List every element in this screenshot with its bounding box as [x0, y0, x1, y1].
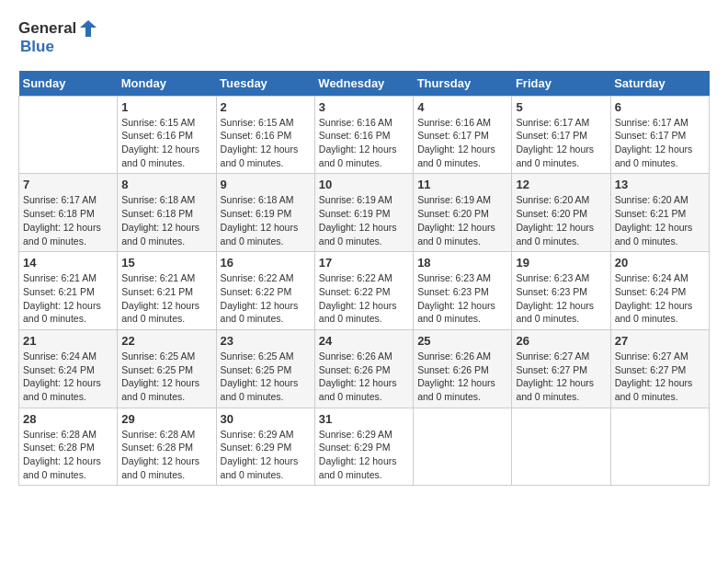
cell-sun-info: Sunrise: 6:24 AMSunset: 6:24 PMDaylight:…: [23, 350, 113, 404]
calendar-cell: 29Sunrise: 6:28 AMSunset: 6:28 PMDayligh…: [118, 408, 216, 486]
calendar-cell: 25Sunrise: 6:26 AMSunset: 6:26 PMDayligh…: [414, 329, 512, 408]
cell-day-number: 24: [319, 334, 409, 348]
header-day-friday: Friday: [512, 71, 610, 97]
cell-sun-info: Sunrise: 6:17 AMSunset: 6:17 PMDaylight:…: [516, 116, 606, 170]
cell-day-number: 12: [516, 178, 606, 191]
calendar-cell: 11Sunrise: 6:19 AMSunset: 6:20 PMDayligh…: [414, 174, 512, 252]
cell-day-number: 17: [319, 256, 409, 270]
cell-day-number: 2: [221, 100, 311, 114]
calendar-cell: 10Sunrise: 6:19 AMSunset: 6:19 PMDayligh…: [314, 174, 413, 252]
week-row-3: 21Sunrise: 6:24 AMSunset: 6:24 PMDayligh…: [19, 329, 710, 408]
cell-sun-info: Sunrise: 6:29 AMSunset: 6:29 PMDaylight:…: [319, 428, 409, 482]
calendar-cell: 21Sunrise: 6:24 AMSunset: 6:24 PMDayligh…: [19, 329, 118, 408]
logo-blue: Blue: [20, 39, 98, 56]
calendar-cell: [610, 408, 709, 486]
cell-sun-info: Sunrise: 6:17 AMSunset: 6:17 PMDaylight:…: [615, 116, 705, 170]
calendar-cell: 7Sunrise: 6:17 AMSunset: 6:18 PMDaylight…: [19, 174, 118, 252]
cell-sun-info: Sunrise: 6:19 AMSunset: 6:20 PMDaylight:…: [417, 193, 507, 247]
cell-day-number: 31: [319, 412, 409, 426]
cell-sun-info: Sunrise: 6:26 AMSunset: 6:26 PMDaylight:…: [319, 350, 409, 404]
calendar-cell: 30Sunrise: 6:29 AMSunset: 6:29 PMDayligh…: [216, 408, 314, 486]
calendar-cell: 22Sunrise: 6:25 AMSunset: 6:25 PMDayligh…: [118, 329, 216, 408]
cell-sun-info: Sunrise: 6:27 AMSunset: 6:27 PMDaylight:…: [615, 350, 705, 404]
logo-bird-icon: [78, 18, 98, 39]
cell-sun-info: Sunrise: 6:23 AMSunset: 6:23 PMDaylight:…: [417, 271, 507, 326]
cell-day-number: 28: [23, 412, 113, 426]
cell-sun-info: Sunrise: 6:16 AMSunset: 6:16 PMDaylight:…: [319, 116, 409, 170]
cell-day-number: 22: [121, 334, 211, 348]
cell-sun-info: Sunrise: 6:15 AMSunset: 6:16 PMDaylight:…: [121, 116, 211, 170]
week-row-0: 1Sunrise: 6:15 AMSunset: 6:16 PMDaylight…: [19, 96, 710, 174]
calendar-cell: 28Sunrise: 6:28 AMSunset: 6:28 PMDayligh…: [19, 408, 118, 486]
calendar-cell: 17Sunrise: 6:22 AMSunset: 6:22 PMDayligh…: [314, 252, 413, 330]
cell-day-number: 6: [615, 100, 705, 114]
calendar-cell: 18Sunrise: 6:23 AMSunset: 6:23 PMDayligh…: [414, 252, 512, 330]
cell-sun-info: Sunrise: 6:16 AMSunset: 6:17 PMDaylight:…: [417, 116, 507, 170]
header-day-thursday: Thursday: [414, 71, 512, 97]
calendar-cell: 26Sunrise: 6:27 AMSunset: 6:27 PMDayligh…: [512, 329, 610, 408]
cell-sun-info: Sunrise: 6:28 AMSunset: 6:28 PMDaylight:…: [23, 428, 113, 482]
cell-sun-info: Sunrise: 6:19 AMSunset: 6:19 PMDaylight:…: [319, 193, 409, 247]
svg-marker-0: [80, 20, 97, 37]
logo: General Blue: [18, 18, 98, 56]
header-day-sunday: Sunday: [19, 71, 118, 97]
calendar-cell: 19Sunrise: 6:23 AMSunset: 6:23 PMDayligh…: [512, 252, 610, 330]
cell-day-number: 23: [221, 334, 311, 348]
cell-day-number: 3: [319, 100, 409, 114]
calendar-cell: 14Sunrise: 6:21 AMSunset: 6:21 PMDayligh…: [19, 252, 118, 330]
calendar-cell: 5Sunrise: 6:17 AMSunset: 6:17 PMDaylight…: [512, 96, 610, 174]
calendar-cell: 8Sunrise: 6:18 AMSunset: 6:18 PMDaylight…: [118, 174, 216, 252]
cell-day-number: 29: [121, 412, 211, 426]
cell-sun-info: Sunrise: 6:27 AMSunset: 6:27 PMDaylight:…: [516, 350, 606, 404]
cell-day-number: 20: [615, 256, 705, 270]
cell-sun-info: Sunrise: 6:25 AMSunset: 6:25 PMDaylight:…: [121, 350, 211, 404]
header-day-saturday: Saturday: [610, 71, 709, 97]
cell-sun-info: Sunrise: 6:22 AMSunset: 6:22 PMDaylight:…: [319, 271, 409, 326]
cell-sun-info: Sunrise: 6:25 AMSunset: 6:25 PMDaylight:…: [221, 350, 311, 404]
header: General Blue: [18, 18, 710, 56]
calendar-cell: 13Sunrise: 6:20 AMSunset: 6:21 PMDayligh…: [610, 174, 709, 252]
cell-day-number: 18: [417, 256, 507, 270]
calendar-cell: [19, 96, 118, 174]
calendar-cell: 24Sunrise: 6:26 AMSunset: 6:26 PMDayligh…: [314, 329, 413, 408]
cell-day-number: 10: [319, 178, 409, 191]
calendar-cell: 12Sunrise: 6:20 AMSunset: 6:20 PMDayligh…: [512, 174, 610, 252]
calendar-cell: 27Sunrise: 6:27 AMSunset: 6:27 PMDayligh…: [610, 329, 709, 408]
calendar-cell: 16Sunrise: 6:22 AMSunset: 6:22 PMDayligh…: [216, 252, 314, 330]
cell-day-number: 13: [615, 178, 705, 191]
cell-day-number: 7: [23, 178, 113, 191]
cell-sun-info: Sunrise: 6:26 AMSunset: 6:26 PMDaylight:…: [417, 350, 507, 404]
calendar-table: SundayMondayTuesdayWednesdayThursdayFrid…: [18, 71, 710, 487]
cell-sun-info: Sunrise: 6:23 AMSunset: 6:23 PMDaylight:…: [516, 271, 606, 326]
header-day-tuesday: Tuesday: [216, 71, 314, 97]
cell-day-number: 19: [516, 256, 606, 270]
cell-sun-info: Sunrise: 6:22 AMSunset: 6:22 PMDaylight:…: [221, 271, 311, 326]
cell-day-number: 30: [221, 412, 311, 426]
calendar-cell: 31Sunrise: 6:29 AMSunset: 6:29 PMDayligh…: [314, 408, 413, 486]
cell-day-number: 16: [221, 256, 311, 270]
cell-day-number: 27: [615, 334, 705, 348]
calendar-cell: 3Sunrise: 6:16 AMSunset: 6:16 PMDaylight…: [314, 96, 413, 174]
cell-sun-info: Sunrise: 6:17 AMSunset: 6:18 PMDaylight:…: [23, 193, 113, 247]
cell-sun-info: Sunrise: 6:18 AMSunset: 6:19 PMDaylight:…: [221, 193, 311, 247]
cell-sun-info: Sunrise: 6:21 AMSunset: 6:21 PMDaylight:…: [23, 271, 113, 326]
cell-day-number: 5: [516, 100, 606, 114]
cell-day-number: 21: [23, 334, 113, 348]
cell-sun-info: Sunrise: 6:24 AMSunset: 6:24 PMDaylight:…: [615, 271, 705, 326]
logo-general: General: [18, 20, 76, 38]
cell-day-number: 14: [23, 256, 113, 270]
cell-day-number: 4: [417, 100, 507, 114]
calendar-cell: [512, 408, 610, 486]
cell-day-number: 8: [121, 178, 211, 191]
cell-sun-info: Sunrise: 6:18 AMSunset: 6:18 PMDaylight:…: [121, 193, 211, 247]
calendar-cell: 6Sunrise: 6:17 AMSunset: 6:17 PMDaylight…: [610, 96, 709, 174]
calendar-cell: 20Sunrise: 6:24 AMSunset: 6:24 PMDayligh…: [610, 252, 709, 330]
cell-sun-info: Sunrise: 6:29 AMSunset: 6:29 PMDaylight:…: [221, 428, 311, 482]
cell-sun-info: Sunrise: 6:15 AMSunset: 6:16 PMDaylight:…: [221, 116, 311, 170]
calendar-cell: 4Sunrise: 6:16 AMSunset: 6:17 PMDaylight…: [414, 96, 512, 174]
header-day-wednesday: Wednesday: [314, 71, 413, 97]
header-row: SundayMondayTuesdayWednesdayThursdayFrid…: [19, 71, 710, 97]
cell-day-number: 15: [121, 256, 211, 270]
calendar-cell: 2Sunrise: 6:15 AMSunset: 6:16 PMDaylight…: [216, 96, 314, 174]
calendar-cell: 9Sunrise: 6:18 AMSunset: 6:19 PMDaylight…: [216, 174, 314, 252]
